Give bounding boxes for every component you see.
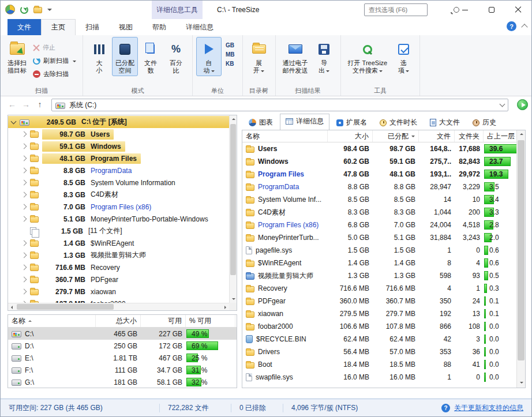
table-row[interactable]: foobar2000106.6 MB107.8 MB8661080.0 <box>242 320 516 333</box>
table-row[interactable]: pagefile.sys1.5 GB1.5 GB100.6 <box>242 244 516 257</box>
table-row[interactable]: PDFgear360.0 MB360.7 MB350240.1 <box>242 295 516 307</box>
search-input[interactable] <box>365 6 453 13</box>
scrollbar-thumb[interactable] <box>518 140 524 360</box>
unit-kb-button[interactable]: KB <box>222 60 239 67</box>
chevron-right-icon[interactable] <box>21 204 27 210</box>
column-header-percent-of-parent[interactable]: 占上一层 <box>484 130 516 142</box>
column-header-free[interactable]: 可用 <box>141 315 186 327</box>
remove-scan-button[interactable]: 去除扫描 <box>30 69 79 80</box>
tab-chart[interactable]: 图表 <box>243 115 279 130</box>
chevron-right-icon[interactable] <box>21 277 27 283</box>
chevron-right-icon[interactable] <box>21 265 27 271</box>
tree-row[interactable]: 48.1 GBProgram Files <box>8 152 229 164</box>
tab-file[interactable]: 文件 <box>8 19 41 35</box>
chevron-right-icon[interactable] <box>21 241 27 246</box>
go-button[interactable] <box>517 99 528 110</box>
table-row[interactable]: System Volume Inf...8.5 GB8.5 GB14103.4 <box>242 193 516 206</box>
drive-row[interactable]: E:\1.81 TB467 GB25 % <box>8 352 237 364</box>
unit-gb-button[interactable]: GB <box>222 42 239 49</box>
column-header-pct-free[interactable]: % 可用 <box>186 315 235 327</box>
tab-scan[interactable]: 扫描 <box>76 19 109 35</box>
table-row[interactable]: C4D素材8.3 GB8.3 GB1,0442003.3 <box>242 206 516 219</box>
drive-row[interactable]: G:\181 GB58.1 GB32 % <box>8 376 237 388</box>
table-row[interactable]: $RECYCLE.BIN62.4 MB62.4 MB4230.0 <box>242 333 516 345</box>
drive-row[interactable]: F:\111 GB34.7 GB31 % <box>8 364 237 376</box>
tree-row[interactable]: 8.3 GBC4D素材 <box>8 189 229 201</box>
table-row[interactable]: xiaowan279.5 MB279.7 MB192130.1 <box>242 307 516 320</box>
drive-row[interactable]: C:\465 GB227 GB49 % <box>8 328 237 340</box>
tree-row[interactable]: 279.7 MBxiaowan <box>8 285 229 298</box>
tree-row[interactable]: 1.4 GB$WinREAgent <box>8 237 229 249</box>
table-row[interactable]: Program Files (x86)6.8 GB7.0 GB24,0044,5… <box>242 219 516 231</box>
tab-history[interactable]: 历史 <box>467 115 502 130</box>
tree-row[interactable]: 98.7 GBUsers <box>8 128 229 140</box>
scroll-down-icon[interactable] <box>517 379 526 388</box>
path-box[interactable]: 系统 (C:) <box>51 99 508 111</box>
column-header-files[interactable]: 文件 <box>419 130 455 142</box>
tree-vertical-scrollbar[interactable] <box>229 115 237 303</box>
column-header-total[interactable]: 总大小 <box>96 315 141 327</box>
tree-row[interactable]: 5.1 GBMoneyPrinterTurbo-Portable-Windows <box>8 213 229 225</box>
mode-size-button[interactable]: 大小 <box>87 37 112 76</box>
tree-row[interactable]: 1.3 GB视频批量剪辑大师 <box>8 249 229 261</box>
details-vertical-scrollbar[interactable] <box>516 130 525 388</box>
stop-scan-button[interactable]: 停止 <box>30 42 79 53</box>
tab-top-files[interactable]: 大文件 <box>424 115 466 130</box>
column-header-folders[interactable]: 文件夹 <box>455 130 484 142</box>
chevron-right-icon[interactable] <box>21 180 27 186</box>
table-row[interactable]: Users98.4 GB98.7 GB164,8..17,68839.6 <box>242 142 516 155</box>
path-dropdown-icon[interactable] <box>500 102 505 107</box>
chevron-right-icon[interactable] <box>21 253 27 258</box>
scroll-down-icon[interactable] <box>230 295 237 303</box>
table-row[interactable]: Windows60.2 GB59.1 GB275,7..82,84323.7 <box>242 155 516 168</box>
tab-help[interactable]: 帮助 <box>143 19 176 35</box>
quick-refresh-icon[interactable] <box>20 6 28 14</box>
tree-row[interactable]: 7.0 GBProgram Files (x86) <box>8 201 229 213</box>
help-icon[interactable] <box>507 21 516 31</box>
tab-view[interactable]: 视图 <box>109 19 143 35</box>
close-button[interactable] <box>505 1 531 19</box>
help-icon[interactable] <box>441 404 450 412</box>
back-button[interactable]: ← <box>6 99 18 110</box>
tab-home[interactable]: 主页 <box>41 19 76 35</box>
chevron-down-icon[interactable] <box>11 118 17 124</box>
expand-tree-button[interactable]: 展开 <box>246 37 272 76</box>
scroll-up-icon[interactable] <box>517 130 526 139</box>
scroll-up-icon[interactable] <box>230 115 237 123</box>
tree-row[interactable]: 8.5 GBSystem Volume Information <box>8 176 229 189</box>
tree-horizontal-scrollbar[interactable] <box>8 303 229 310</box>
table-row[interactable]: Program Files47.8 GB48.1 GB193,1..29,972… <box>242 168 516 181</box>
contextual-tab-header[interactable]: 详细信息工具 <box>152 1 203 19</box>
quick-scan-icon[interactable] <box>33 7 42 13</box>
tree-row[interactable]: 716.6 MBRecovery <box>8 261 229 273</box>
search-box[interactable] <box>364 3 428 16</box>
tree-row[interactable]: 59.1 GBWindows <box>8 140 229 152</box>
chevron-right-icon[interactable] <box>21 216 27 222</box>
choose-scan-target-button[interactable]: 选择扫描目标 <box>4 37 30 76</box>
minimize-button[interactable] <box>452 1 478 19</box>
chevron-right-icon[interactable] <box>21 144 27 149</box>
scrollbar-thumb[interactable] <box>230 124 236 275</box>
chevron-right-icon[interactable] <box>21 168 27 174</box>
chevron-right-icon[interactable] <box>21 156 27 161</box>
tree-row[interactable]: 249.5 GBC:\ 位于 [系统] <box>8 116 229 128</box>
tab-extensions[interactable]: 扩展名 <box>331 115 373 130</box>
tab-details-view[interactable]: 详细信息 <box>280 114 329 130</box>
table-row[interactable]: Recovery716.6 MB716.6 MB410.3 <box>242 282 516 295</box>
collapse-ribbon-icon[interactable] <box>521 24 527 30</box>
table-row[interactable]: ProgramData8.8 GB8.8 GB28,9473,2293.5 <box>242 181 516 193</box>
scrollbar-thumb[interactable] <box>17 304 114 310</box>
send-email-button[interactable]: 通过电子邮件发送 <box>279 37 312 76</box>
update-info-link[interactable]: 关于更新和支持的信息 <box>454 403 523 413</box>
column-header-name[interactable]: 名称 <box>242 130 328 142</box>
forward-button[interactable]: → <box>20 99 32 110</box>
column-header-name[interactable]: 名称 <box>8 315 96 327</box>
drive-row[interactable]: D:\250 GB172 GB69 % <box>8 340 237 352</box>
unit-auto-button[interactable]: 自动 <box>196 37 222 76</box>
table-row[interactable]: Boot18.4 MB18.5 MB88410.0 <box>242 358 516 371</box>
mode-percent-button[interactable]: 百分比 <box>163 37 189 76</box>
tree-row[interactable]: 107.8 MBfoobar2000 <box>8 298 229 303</box>
table-row[interactable]: $WinREAgent1.4 GB1.4 GB840.6 <box>242 257 516 269</box>
tree-row[interactable]: 360.7 MBPDFgear <box>8 273 229 285</box>
chevron-right-icon[interactable] <box>21 289 27 295</box>
